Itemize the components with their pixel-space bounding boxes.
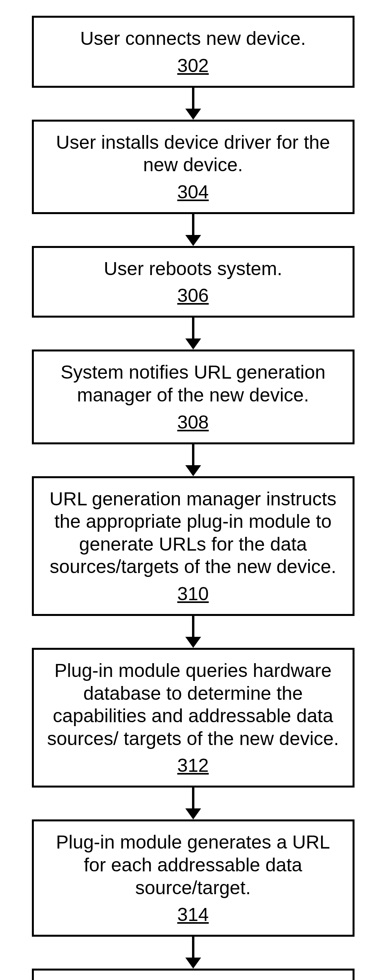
step-number: 304 xyxy=(177,181,209,203)
step-number: 310 xyxy=(177,583,209,605)
step-number: 308 xyxy=(177,411,209,433)
arrow-down-icon xyxy=(185,788,201,819)
flowchart-step: User reboots system. 306 xyxy=(32,246,355,318)
step-number: 312 xyxy=(177,754,209,776)
step-text: User connects new device. xyxy=(46,27,341,50)
step-text: User installs device driver for the new … xyxy=(46,131,341,176)
flowchart-step: URL generation manager integrates the ge… xyxy=(32,969,355,980)
step-text: URL generation manager instructs the app… xyxy=(46,488,341,578)
arrow-down-icon xyxy=(185,318,201,349)
flowchart-step: Plug-in module generates a URL for each … xyxy=(32,819,355,937)
arrow-down-icon xyxy=(185,88,201,120)
flowchart-container: User connects new device. 302 User insta… xyxy=(16,16,370,980)
step-number: 302 xyxy=(177,55,209,76)
arrow-down-icon xyxy=(185,937,201,969)
flowchart-step: URL generation manager instructs the app… xyxy=(32,476,355,616)
step-text: User reboots system. xyxy=(46,257,341,280)
step-text: Plug-in module generates a URL for each … xyxy=(46,831,341,899)
flowchart-step: System notifies URL generation manager o… xyxy=(32,349,355,444)
arrow-down-icon xyxy=(185,444,201,476)
step-number: 314 xyxy=(177,904,209,925)
step-text: Plug-in module queries hardware database… xyxy=(46,659,341,750)
flowchart-step: User installs device driver for the new … xyxy=(32,120,355,214)
flowchart-step: User connects new device. 302 xyxy=(32,16,355,88)
arrow-down-icon xyxy=(185,616,201,648)
flowchart-step: Plug-in module queries hardware database… xyxy=(32,648,355,788)
arrow-down-icon xyxy=(185,214,201,246)
step-text: System notifies URL generation manager o… xyxy=(46,361,341,406)
step-number: 306 xyxy=(177,285,209,306)
